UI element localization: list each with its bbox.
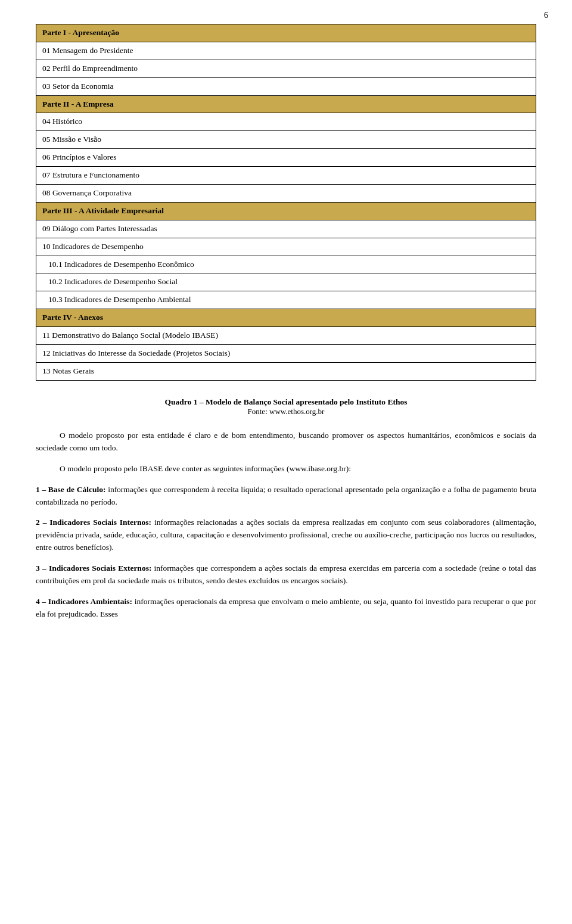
- paragraph-p3: 1 – Base de Cálculo: informações que cor…: [36, 484, 536, 509]
- table-of-contents: Parte I - Apresentação01 Mensagem do Pre…: [36, 24, 536, 381]
- toc-item: 11 Demonstrativo do Balanço Social (Mode…: [36, 327, 536, 345]
- toc-item: 09 Diálogo com Partes Interessadas: [36, 220, 536, 238]
- toc-item: 13 Notas Gerais: [36, 362, 536, 380]
- toc-item: 07 Estrutura e Funcionamento: [36, 167, 536, 185]
- paragraph-p4: 2 – Indicadores Sociais Internos: inform…: [36, 517, 536, 554]
- page-number: 6: [544, 11, 548, 20]
- paragraph-p1: O modelo proposto por esta entidade é cl…: [36, 430, 536, 455]
- toc-item: 10.2 Indicadores de Desempenho Social: [36, 273, 536, 291]
- toc-item: 10.1 Indicadores de Desempenho Econômico: [36, 256, 536, 273]
- paragraph-label-p5: 3 – Indicadores Sociais Externos:: [36, 564, 151, 573]
- toc-item: 01 Mensagem do Presidente: [36, 42, 536, 60]
- paragraph-text-p3: informações que correspondem à receita l…: [36, 485, 536, 506]
- toc-item: 05 Missão e Visão: [36, 131, 536, 149]
- caption-source: Fonte: www.ethos.org.br: [36, 407, 536, 416]
- main-content: Parte I - Apresentação01 Mensagem do Pre…: [0, 0, 572, 653]
- paragraph-p5: 3 – Indicadores Sociais Externos: inform…: [36, 562, 536, 587]
- toc-item: Parte III - A Atividade Empresarial: [36, 202, 536, 220]
- paragraph-label-p3: 1 – Base de Cálculo:: [36, 485, 105, 494]
- paragraph-p2: O modelo proposto pelo IBASE deve conter…: [36, 463, 536, 475]
- paragraph-p6: 4 – Indicadores Ambientais: informações …: [36, 596, 536, 621]
- paragraph-label-p6: 4 – Indicadores Ambientais:: [36, 597, 132, 606]
- toc-item: Parte I - Apresentação: [36, 24, 536, 42]
- toc-item: 08 Governança Corporativa: [36, 185, 536, 203]
- toc-item: 10.3 Indicadores de Desempenho Ambiental: [36, 291, 536, 309]
- toc-item: Parte II - A Empresa: [36, 95, 536, 113]
- toc-item: 03 Setor da Economia: [36, 77, 536, 95]
- toc-item: 12 Iniciativas do Interesse da Sociedade…: [36, 345, 536, 363]
- paragraph-label-p4: 2 – Indicadores Sociais Internos:: [36, 518, 151, 527]
- paragraphs-container: O modelo proposto por esta entidade é cl…: [36, 430, 536, 621]
- caption-block: Quadro 1 – Modelo de Balanço Social apre…: [36, 397, 536, 416]
- toc-item: 10 Indicadores de Desempenho: [36, 238, 536, 256]
- caption-title: Quadro 1 – Modelo de Balanço Social apre…: [36, 397, 536, 407]
- toc-item: 02 Perfil do Empreendimento: [36, 60, 536, 77]
- toc-item: Parte IV - Anexos: [36, 309, 536, 327]
- toc-item: 04 Histórico: [36, 113, 536, 131]
- toc-item: 06 Princípios e Valores: [36, 149, 536, 167]
